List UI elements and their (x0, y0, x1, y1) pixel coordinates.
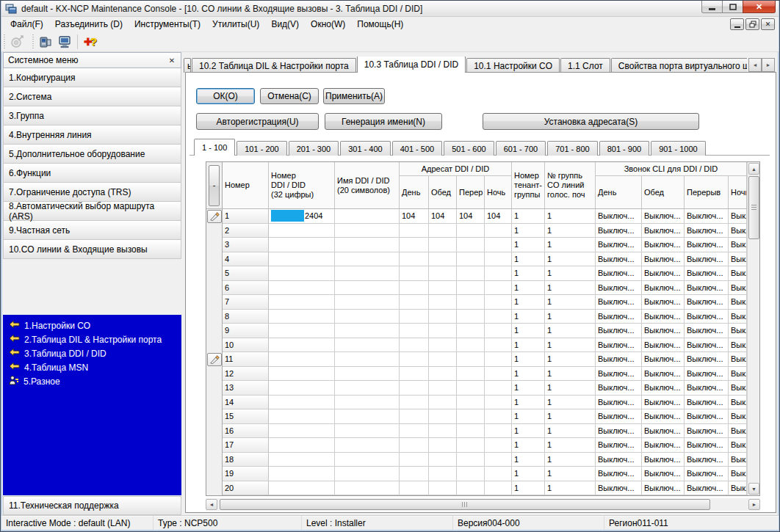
cell-cli_day[interactable]: Выключ... (596, 467, 642, 481)
sidebar-item-support[interactable]: 11.Техническая поддержка (3, 496, 181, 515)
maximize-button[interactable] (723, 1, 743, 13)
menu-item[interactable]: Окно(W) (305, 18, 351, 31)
cell-vm_group[interactable]: 1 (545, 381, 596, 396)
cell-cli_day[interactable]: Выключ... (596, 224, 642, 238)
cell-cli_break[interactable]: Выключ... (685, 252, 729, 267)
cell-cli_night[interactable]: Выключ... (729, 481, 747, 496)
destination-set-button[interactable]: Установка адресата(S) (483, 113, 699, 130)
cell-night[interactable] (485, 424, 512, 439)
cell-break[interactable] (457, 352, 485, 367)
cell-night[interactable] (485, 381, 512, 396)
cell-cli_day[interactable]: Выключ... (596, 252, 642, 267)
cell-tenant[interactable]: 1 (512, 352, 545, 367)
cell-cli_day[interactable]: Выключ... (596, 381, 642, 396)
cell-day[interactable] (400, 281, 429, 296)
name-generation-button[interactable]: Генерация имени(N) (325, 113, 442, 130)
close-button[interactable]: ✕ (743, 1, 776, 13)
cell-cli_lunch[interactable]: Выключ... (642, 396, 685, 410)
sidebar-item[interactable]: 4.Внутренняя линия (3, 125, 181, 145)
cell-lunch[interactable] (429, 409, 457, 424)
cell-lunch[interactable] (429, 310, 457, 324)
cell-day[interactable] (400, 381, 429, 396)
cell-vm_group[interactable]: 1 (545, 424, 596, 439)
cell-ddi[interactable] (269, 438, 335, 453)
cell-cli_night[interactable]: Выключ... (729, 295, 747, 310)
cell-tenant[interactable]: 1 (512, 409, 545, 424)
cell-ddi[interactable] (269, 224, 335, 238)
cell-cli_lunch[interactable]: Выключ... (642, 295, 685, 310)
cell-cli_night[interactable]: Выключ... (729, 453, 747, 467)
cell-night[interactable] (485, 324, 512, 338)
cell-break[interactable] (457, 281, 485, 296)
cell-cli_night[interactable]: Выключ... (729, 281, 747, 296)
sidebar-item[interactable]: 9.Частная сеть (3, 221, 181, 240)
cell-cli_break[interactable]: Выключ... (685, 352, 729, 367)
cell-name[interactable] (335, 381, 400, 396)
row-header[interactable]: 1 (223, 209, 269, 224)
cell-cli_break[interactable]: Выключ... (685, 324, 729, 338)
cell-ddi[interactable] (269, 381, 335, 396)
cell-day[interactable] (400, 396, 429, 410)
cell-cli_lunch[interactable]: Выключ... (642, 381, 685, 396)
cell-name[interactable] (335, 324, 400, 338)
sidebar-item[interactable]: 1.Конфигурация (3, 68, 181, 87)
cell-cli_day[interactable]: Выключ... (596, 324, 642, 338)
cell-night[interactable] (485, 224, 512, 238)
sidebar-item[interactable]: 7.Ограничение доступа (TRS) (3, 183, 181, 202)
cell-night[interactable] (485, 295, 512, 310)
cell-cli_lunch[interactable]: Выключ... (642, 367, 685, 382)
cell-cli_day[interactable]: Выключ... (596, 424, 642, 439)
cell-cli_break[interactable]: Выключ... (685, 424, 729, 439)
cell-name[interactable] (335, 481, 400, 496)
cell-tenant[interactable]: 1 (512, 453, 545, 467)
cell-name[interactable] (335, 224, 400, 238)
cell-lunch[interactable] (429, 338, 457, 353)
cell-break[interactable] (457, 224, 485, 238)
cell-tenant[interactable]: 1 (512, 310, 545, 324)
range-tab[interactable]: 901 - 1000 (651, 141, 706, 156)
sidebar-item[interactable]: 10.CO линии & Входящие вызовы (3, 240, 181, 259)
cell-lunch[interactable]: 104 (429, 209, 457, 224)
cancel-button[interactable]: Отмена(С) (260, 88, 319, 104)
cell-vm_group[interactable]: 1 (545, 453, 596, 467)
cell-night[interactable] (485, 310, 512, 324)
tab-item[interactable]: 1.1 Слот (560, 58, 610, 73)
cell-name[interactable] (335, 209, 400, 224)
cell-day[interactable] (400, 324, 429, 338)
row-header[interactable]: 19 (223, 467, 269, 481)
cell-vm_group[interactable]: 1 (545, 281, 596, 296)
cell-tenant[interactable]: 1 (512, 438, 545, 453)
horizontal-scrollbar-thumb[interactable] (220, 499, 710, 510)
menu-item[interactable]: Разъединить (D) (49, 18, 129, 31)
cell-cli_break[interactable]: Выключ... (685, 438, 729, 453)
autoregistration-button[interactable]: Авторегистрация(U) (196, 113, 319, 130)
cell-cli_night[interactable]: Выключ... (729, 310, 747, 324)
cell-ddi[interactable] (269, 266, 335, 281)
cell-day[interactable] (400, 238, 429, 252)
cell-vm_group[interactable]: 1 (545, 409, 596, 424)
cell-name[interactable] (335, 467, 400, 481)
cell-night[interactable] (485, 352, 512, 367)
cell-cli_lunch[interactable]: Выключ... (642, 424, 685, 439)
cell-cli_day[interactable]: Выключ... (596, 238, 642, 252)
cell-cli_lunch[interactable]: Выключ... (642, 324, 685, 338)
row-header[interactable]: 11 (223, 352, 269, 367)
cell-lunch[interactable] (429, 352, 457, 367)
cell-night[interactable] (485, 367, 512, 382)
tab-item[interactable]: 10.2 Таблица DIL & Настройки порта (192, 58, 356, 73)
cell-cli_night[interactable]: Выключ... (729, 209, 747, 224)
cell-lunch[interactable] (429, 481, 457, 496)
row-header[interactable]: 5 (223, 266, 269, 281)
range-tab[interactable]: 101 - 200 (236, 141, 286, 156)
cell-vm_group[interactable]: 1 (545, 252, 596, 267)
cell-name[interactable] (335, 252, 400, 267)
cell-ddi[interactable] (269, 396, 335, 410)
cell-cli_break[interactable]: Выключ... (685, 310, 729, 324)
range-tab[interactable]: 501 - 600 (444, 141, 494, 156)
cell-break[interactable] (457, 438, 485, 453)
range-tab[interactable]: 801 - 900 (599, 141, 649, 156)
cell-day[interactable] (400, 252, 429, 267)
row-header[interactable]: 15 (223, 409, 269, 424)
cell-lunch[interactable] (429, 438, 457, 453)
cell-tenant[interactable]: 1 (512, 367, 545, 382)
